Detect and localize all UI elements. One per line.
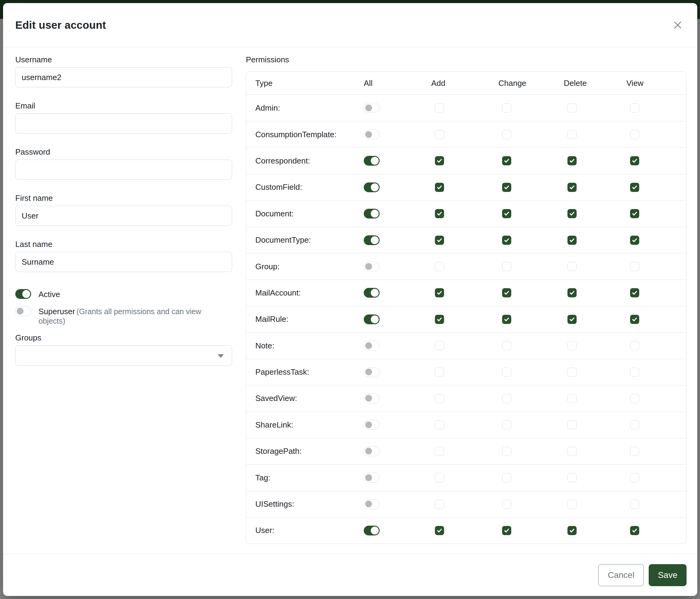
permission-change-checkbox[interactable] bbox=[502, 526, 511, 535]
permission-delete-checkbox[interactable] bbox=[568, 209, 577, 218]
permission-change-checkbox[interactable] bbox=[502, 420, 511, 429]
permission-all-toggle[interactable] bbox=[364, 235, 380, 245]
permission-change-checkbox[interactable] bbox=[502, 447, 511, 456]
permission-delete-checkbox[interactable] bbox=[568, 183, 577, 192]
permission-change-checkbox[interactable] bbox=[502, 315, 511, 324]
password-input[interactable] bbox=[15, 160, 232, 180]
permission-change-checkbox[interactable] bbox=[502, 341, 511, 350]
permission-all-toggle[interactable] bbox=[364, 129, 380, 139]
permission-delete-checkbox[interactable] bbox=[568, 420, 577, 429]
first-name-input[interactable] bbox=[15, 206, 232, 226]
permission-change-checkbox[interactable] bbox=[502, 103, 511, 113]
permission-delete-checkbox[interactable] bbox=[568, 156, 577, 165]
permission-all-toggle[interactable] bbox=[364, 393, 380, 403]
permission-add-checkbox[interactable] bbox=[435, 526, 444, 535]
permission-all-toggle[interactable] bbox=[364, 341, 380, 351]
permission-change-checkbox[interactable] bbox=[502, 130, 511, 139]
permission-row: DocumentType: bbox=[246, 227, 686, 253]
permission-view-checkbox[interactable] bbox=[630, 420, 639, 429]
permission-delete-checkbox[interactable] bbox=[568, 130, 577, 139]
permission-all-toggle[interactable] bbox=[364, 156, 380, 166]
permission-view-checkbox[interactable] bbox=[630, 447, 639, 456]
permission-add-checkbox[interactable] bbox=[435, 288, 444, 297]
permission-all-toggle[interactable] bbox=[364, 183, 380, 192]
permission-change-checkbox[interactable] bbox=[502, 473, 511, 482]
permission-view-checkbox[interactable] bbox=[630, 209, 639, 218]
permission-view-checkbox[interactable] bbox=[630, 473, 639, 482]
permission-delete-checkbox[interactable] bbox=[568, 526, 577, 535]
permission-view-checkbox[interactable] bbox=[630, 288, 639, 297]
cancel-button[interactable]: Cancel bbox=[598, 564, 644, 586]
permission-view-checkbox[interactable] bbox=[630, 315, 639, 324]
username-input[interactable] bbox=[15, 67, 232, 88]
modal-footer: Cancel Save bbox=[3, 554, 697, 596]
permission-view-checkbox[interactable] bbox=[630, 394, 639, 403]
permission-delete-checkbox[interactable] bbox=[568, 288, 577, 297]
permission-all-toggle[interactable] bbox=[364, 420, 380, 430]
permission-change-checkbox[interactable] bbox=[502, 394, 511, 403]
permission-add-checkbox[interactable] bbox=[435, 394, 444, 403]
permission-change-checkbox[interactable] bbox=[502, 183, 511, 192]
last-name-input[interactable] bbox=[15, 252, 232, 272]
permission-all-toggle[interactable] bbox=[364, 103, 380, 113]
permission-add-checkbox[interactable] bbox=[435, 103, 444, 113]
permission-view-checkbox[interactable] bbox=[630, 156, 639, 165]
permission-all-toggle[interactable] bbox=[364, 447, 380, 456]
email-input[interactable] bbox=[15, 113, 232, 134]
permission-all-toggle[interactable] bbox=[364, 288, 380, 298]
permission-delete-checkbox[interactable] bbox=[568, 368, 577, 377]
permission-all-toggle[interactable] bbox=[364, 209, 380, 218]
permission-delete-checkbox[interactable] bbox=[568, 447, 577, 456]
permission-view-checkbox[interactable] bbox=[630, 500, 639, 509]
permission-add-checkbox[interactable] bbox=[435, 315, 444, 324]
permission-add-checkbox[interactable] bbox=[435, 130, 444, 139]
permission-delete-checkbox[interactable] bbox=[568, 394, 577, 403]
permission-change-checkbox[interactable] bbox=[502, 262, 511, 271]
permission-delete-checkbox[interactable] bbox=[568, 103, 577, 113]
superuser-toggle[interactable] bbox=[15, 306, 31, 316]
permission-delete-checkbox[interactable] bbox=[568, 236, 577, 245]
groups-select[interactable] bbox=[15, 345, 232, 366]
permission-view-checkbox[interactable] bbox=[630, 526, 639, 535]
permission-add-checkbox[interactable] bbox=[435, 209, 444, 218]
permission-change-checkbox[interactable] bbox=[502, 156, 511, 165]
permission-add-checkbox[interactable] bbox=[435, 500, 444, 509]
permission-view-checkbox[interactable] bbox=[630, 130, 639, 139]
permission-delete-checkbox[interactable] bbox=[568, 262, 577, 271]
permission-all-toggle[interactable] bbox=[364, 262, 380, 271]
permission-add-checkbox[interactable] bbox=[435, 183, 444, 192]
permission-all-toggle[interactable] bbox=[364, 314, 380, 324]
permission-change-checkbox[interactable] bbox=[502, 236, 511, 245]
permission-all-toggle[interactable] bbox=[364, 526, 380, 535]
permission-view-checkbox[interactable] bbox=[630, 368, 639, 377]
permission-change-checkbox[interactable] bbox=[502, 368, 511, 377]
permission-add-checkbox[interactable] bbox=[435, 236, 444, 245]
permission-view-checkbox[interactable] bbox=[630, 262, 639, 271]
permission-change-checkbox[interactable] bbox=[502, 209, 511, 218]
permission-delete-checkbox[interactable] bbox=[568, 473, 577, 482]
permission-add-checkbox[interactable] bbox=[435, 420, 444, 429]
permission-all-toggle[interactable] bbox=[364, 367, 380, 377]
active-toggle[interactable] bbox=[15, 289, 31, 299]
save-button[interactable]: Save bbox=[649, 564, 686, 586]
toggle-knob bbox=[365, 448, 372, 454]
permission-change-checkbox[interactable] bbox=[502, 500, 511, 509]
permission-delete-checkbox[interactable] bbox=[568, 341, 577, 350]
permission-all-toggle[interactable] bbox=[364, 473, 380, 483]
close-button[interactable] bbox=[671, 18, 684, 32]
permission-view-checkbox[interactable] bbox=[630, 183, 639, 192]
permission-all-toggle[interactable] bbox=[364, 499, 380, 509]
permission-add-checkbox[interactable] bbox=[435, 262, 444, 271]
permission-change-checkbox[interactable] bbox=[502, 288, 511, 297]
permission-add-checkbox[interactable] bbox=[435, 447, 444, 456]
permission-view-checkbox[interactable] bbox=[630, 341, 639, 350]
permission-add-checkbox[interactable] bbox=[435, 368, 444, 377]
permission-view-checkbox[interactable] bbox=[630, 236, 639, 245]
permission-add-checkbox[interactable] bbox=[435, 341, 444, 350]
permission-delete-checkbox[interactable] bbox=[568, 315, 577, 324]
permission-add-checkbox[interactable] bbox=[435, 473, 444, 482]
permission-delete-checkbox[interactable] bbox=[568, 500, 577, 509]
first-name-field-group: First name bbox=[15, 193, 232, 226]
permission-view-checkbox[interactable] bbox=[630, 103, 639, 113]
permission-add-checkbox[interactable] bbox=[435, 156, 444, 165]
